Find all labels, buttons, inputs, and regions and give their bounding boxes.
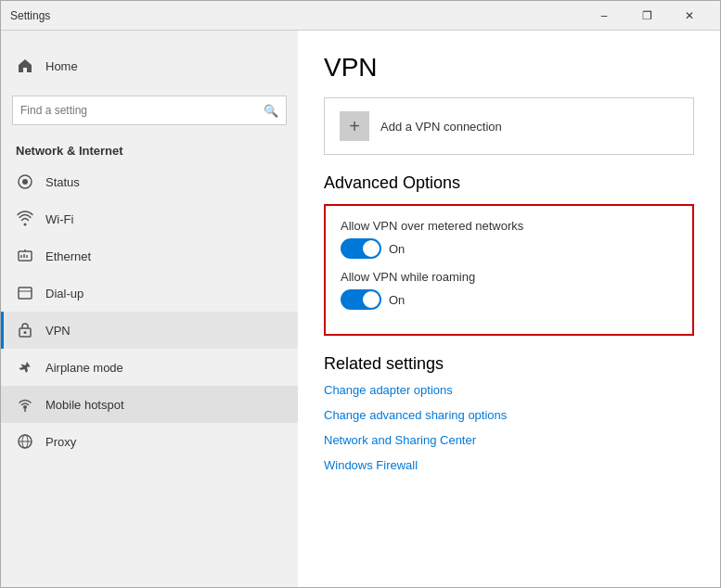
toggle-metered-label: Allow VPN over metered networks xyxy=(341,219,677,233)
toggle-roaming-switch[interactable] xyxy=(341,289,381,310)
link-advanced-sharing[interactable]: Change advanced sharing options xyxy=(324,408,694,422)
vpn-icon xyxy=(16,321,34,339)
sidebar-item-label: Dial-up xyxy=(45,287,84,300)
search-icon: 🔍 xyxy=(264,104,278,118)
dialup-icon xyxy=(16,284,34,302)
sidebar-item-label: VPN xyxy=(45,324,71,338)
sidebar-item-label: Wi-Fi xyxy=(45,212,73,226)
svg-point-1 xyxy=(22,179,28,185)
search-box[interactable]: 🔍 xyxy=(12,96,287,125)
main-content: Home 🔍 Network & Internet Status xyxy=(1,31,720,587)
toggle-metered-state: On xyxy=(389,242,405,256)
proxy-icon xyxy=(16,432,34,451)
wifi-icon xyxy=(16,210,34,228)
sidebar-item-status[interactable]: Status xyxy=(1,163,298,200)
svg-rect-7 xyxy=(19,288,32,299)
sidebar-item-label: Status xyxy=(45,175,80,189)
search-input[interactable] xyxy=(20,104,264,117)
sidebar-header: Home xyxy=(1,31,298,96)
home-label: Home xyxy=(45,59,78,73)
section-label: Network & Internet xyxy=(1,136,298,163)
plus-icon: + xyxy=(340,111,369,141)
close-button[interactable]: ✕ xyxy=(668,1,711,31)
hotspot-icon xyxy=(16,395,34,414)
toggle-row-roaming: Allow VPN while roaming On xyxy=(341,270,677,310)
sidebar-item-home[interactable]: Home xyxy=(16,47,283,84)
sidebar-item-label: Ethernet xyxy=(45,249,91,263)
svg-point-10 xyxy=(24,331,27,334)
home-icon xyxy=(16,57,34,75)
window-controls: – ❐ ✕ xyxy=(583,1,711,31)
link-adapter-options[interactable]: Change adapter options xyxy=(324,383,694,397)
toggle-roaming-label: Allow VPN while roaming xyxy=(341,270,677,284)
airplane-icon xyxy=(16,358,34,377)
content-panel: VPN + Add a VPN connection Advanced Opti… xyxy=(298,31,720,587)
status-icon xyxy=(16,173,34,191)
add-vpn-button[interactable]: + Add a VPN connection xyxy=(324,97,694,155)
sidebar-item-airplane[interactable]: Airplane mode xyxy=(1,349,298,386)
toggle-metered-switch[interactable] xyxy=(341,238,381,259)
advanced-options-title: Advanced Options xyxy=(324,173,694,193)
sidebar-item-proxy[interactable]: Proxy xyxy=(1,423,298,460)
link-network-sharing-center[interactable]: Network and Sharing Center xyxy=(324,433,694,447)
toggle-row-metered: Allow VPN over metered networks On xyxy=(341,219,677,259)
svg-point-11 xyxy=(23,405,27,409)
title-bar: Settings – ❐ ✕ xyxy=(1,1,720,31)
toggle-metered-control: On xyxy=(341,238,677,259)
window-title: Settings xyxy=(10,9,583,22)
add-vpn-label: Add a VPN connection xyxy=(380,120,502,134)
toggle-roaming-state: On xyxy=(389,293,405,307)
sidebar-item-label: Proxy xyxy=(45,435,76,449)
settings-window: Settings – ❐ ✕ Home xyxy=(0,0,721,588)
maximize-button[interactable]: ❐ xyxy=(625,1,668,31)
sidebar-item-label: Airplane mode xyxy=(45,361,123,375)
sidebar-item-vpn[interactable]: VPN xyxy=(1,312,298,349)
sidebar-item-ethernet[interactable]: Ethernet xyxy=(1,237,298,275)
minimize-button[interactable]: – xyxy=(583,1,625,31)
advanced-options-box: Allow VPN over metered networks On Allow… xyxy=(324,204,694,336)
toggle-roaming-control: On xyxy=(341,289,677,310)
related-settings-title: Related settings xyxy=(324,354,694,374)
svg-rect-2 xyxy=(19,251,32,261)
page-title: VPN xyxy=(324,53,694,83)
ethernet-icon xyxy=(16,247,34,265)
sidebar-item-dialup[interactable]: Dial-up xyxy=(1,275,298,312)
sidebar-item-label: Mobile hotspot xyxy=(45,398,124,412)
link-windows-firewall[interactable]: Windows Firewall xyxy=(324,458,694,472)
sidebar: Home 🔍 Network & Internet Status xyxy=(1,31,298,587)
sidebar-item-wifi[interactable]: Wi-Fi xyxy=(1,200,298,237)
sidebar-item-hotspot[interactable]: Mobile hotspot xyxy=(1,386,298,423)
